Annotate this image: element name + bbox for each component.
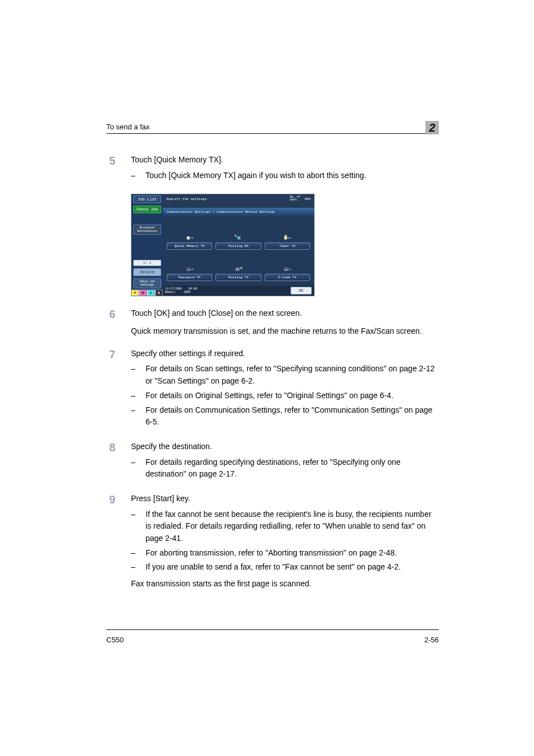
chapter-number: 2 bbox=[425, 121, 439, 134]
check-job-button[interactable]: Check Job bbox=[133, 206, 161, 213]
step-number: 9 bbox=[106, 493, 115, 590]
step-para: Quick memory transmission is set, and th… bbox=[131, 325, 439, 338]
method-fcode-tx[interactable]: F-Code TX bbox=[265, 255, 310, 281]
svg-marker-1 bbox=[192, 237, 194, 240]
footer-page: 2-56 bbox=[424, 636, 439, 644]
svg-rect-0 bbox=[186, 237, 189, 240]
svg-rect-2 bbox=[237, 237, 240, 240]
step-text: Specify the destination. bbox=[131, 441, 439, 453]
svg-marker-14 bbox=[291, 269, 292, 271]
toner-status: Y M C K bbox=[132, 290, 163, 296]
method-polling-tx[interactable]: Polling TX bbox=[216, 255, 260, 281]
check-settings-button[interactable]: Check Job Settings bbox=[133, 278, 161, 288]
broadcast-label: Broadcast Destinations bbox=[133, 225, 161, 235]
method-polling-rx[interactable]: Polling RX bbox=[216, 224, 260, 250]
svg-rect-8 bbox=[187, 269, 190, 270]
step-text: Specify other settings if required. bbox=[131, 348, 439, 360]
step-text: Touch [OK] and touch [Close] on the next… bbox=[131, 307, 439, 320]
job-list-button[interactable]: Job List bbox=[133, 195, 161, 203]
list-item: –If the fax cannot be sent because the r… bbox=[131, 508, 439, 545]
list-item: –If you are unable to send a fax, refer … bbox=[131, 561, 439, 573]
step-number: 7 bbox=[106, 348, 115, 431]
list-item: –For details on Scan settings, refer to … bbox=[131, 363, 439, 387]
page-header: To send a fax 2 bbox=[106, 118, 439, 134]
svg-marker-9 bbox=[193, 269, 194, 271]
method-timer-tx[interactable]: Timer TX bbox=[265, 224, 310, 250]
svg-marker-6 bbox=[290, 237, 292, 240]
step-8: 8 Specify the destination. –For details … bbox=[106, 441, 439, 483]
step-number: 8 bbox=[106, 441, 115, 483]
device-screenshot: Job List Check Job Broadcast Destination… bbox=[131, 194, 439, 296]
step-7: 7 Specify other settings if required. –F… bbox=[106, 348, 439, 431]
list-item: –Touch [Quick Memory TX] again if you wi… bbox=[131, 170, 439, 182]
screen-titlebar: Specify the settings. No. of Dest. 000 bbox=[163, 194, 314, 203]
page-indicator: 1/ 1 bbox=[133, 260, 161, 266]
chapter-badge: 2 bbox=[425, 118, 439, 131]
svg-rect-10 bbox=[236, 268, 240, 271]
ok-button[interactable]: OK bbox=[291, 287, 312, 295]
method-quick-memory-tx[interactable]: Quick Memory TX bbox=[167, 224, 212, 250]
method-password-tx[interactable]: Password TX bbox=[167, 255, 212, 281]
step-text: Press [Start] key. bbox=[131, 493, 439, 505]
list-item: –For details regarding specifying destin… bbox=[131, 456, 439, 480]
step-text: Touch [Quick Memory TX]. bbox=[131, 154, 439, 166]
svg-rect-13 bbox=[285, 268, 288, 269]
step-number: 5 bbox=[106, 154, 115, 184]
breadcrumb: Communication Settings > Communication M… bbox=[163, 208, 314, 216]
list-item: –For details on Communication Settings, … bbox=[131, 404, 439, 428]
footer-model: C550 bbox=[106, 636, 124, 644]
step-6: 6 Touch [OK] and touch [Close] on the ne… bbox=[106, 307, 439, 337]
svg-point-5 bbox=[285, 235, 287, 237]
step-number: 6 bbox=[106, 307, 115, 337]
step-5: 5 Touch [Quick Memory TX]. –Touch [Quick… bbox=[106, 154, 439, 184]
header-title: To send a fax bbox=[106, 123, 149, 131]
step-para: Fax transmission starts as the first pag… bbox=[131, 578, 439, 590]
delete-button[interactable]: Delete bbox=[133, 268, 161, 276]
list-item: –For details on Original Settings, refer… bbox=[131, 390, 439, 402]
page-footer: C550 2-56 bbox=[106, 629, 439, 644]
list-item: –For aborting transmission, refer to "Ab… bbox=[131, 547, 439, 559]
step-9: 9 Press [Start] key. –If the fax cannot … bbox=[106, 493, 439, 590]
